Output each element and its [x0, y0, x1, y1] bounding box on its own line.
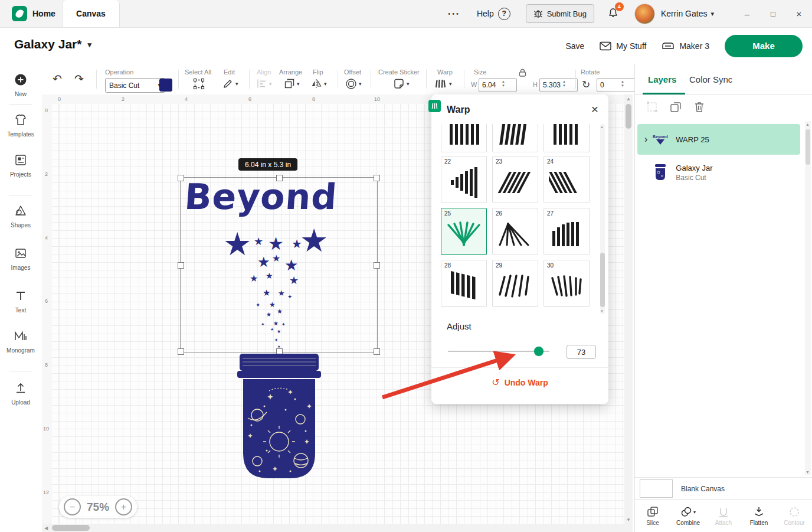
scrollbar-thumb[interactable] [806, 129, 810, 165]
window-close-button[interactable]: × [786, 0, 812, 27]
canvas-horizontal-scrollbar[interactable]: ◀ [42, 524, 633, 532]
height-stepper[interactable]: ▲▼ [562, 80, 566, 87]
beyond-design-text[interactable]: Beyond [184, 176, 375, 217]
scrollbar-thumb[interactable] [626, 104, 631, 129]
help-button[interactable]: Help ? [477, 8, 510, 20]
resize-handle[interactable] [178, 175, 184, 181]
scroll-down-icon[interactable]: ▼ [806, 470, 810, 474]
redo-button[interactable]: ↷ [74, 72, 84, 86]
warp-style-26[interactable]: 26 [492, 208, 538, 255]
text-icon [14, 289, 27, 302]
save-button[interactable]: Save [565, 41, 584, 51]
scroll-down-icon[interactable]: ▼ [600, 309, 604, 313]
sidebar-item-images[interactable]: Images [0, 247, 41, 271]
blank-canvas-row[interactable]: Blank Canvas [635, 477, 812, 500]
rotate-stepper[interactable]: ▲▼ [621, 80, 624, 87]
duplicate-button[interactable] [669, 100, 682, 116]
sidebar-item-projects[interactable]: Projects [0, 154, 41, 178]
create-sticker-button[interactable]: ▾ [393, 78, 410, 90]
zoom-in-button[interactable]: + [115, 498, 132, 515]
warp-style-30[interactable]: 30 [543, 260, 590, 307]
arrange-button[interactable]: ▾ [284, 78, 300, 89]
combine-button[interactable]: ▾ Combine [670, 500, 706, 532]
width-stepper[interactable]: ▲▼ [502, 80, 505, 87]
undo-button[interactable]: ↶ [53, 72, 62, 86]
make-button[interactable]: Make [725, 35, 803, 57]
close-icon[interactable]: × [591, 102, 598, 116]
adjust-value-input[interactable] [567, 345, 596, 359]
rotate-input[interactable] [597, 78, 636, 92]
scroll-up-icon[interactable]: ▲ [600, 125, 604, 129]
operation-select[interactable]: Basic Cut ▾ [105, 78, 165, 93]
resize-handle[interactable] [178, 262, 184, 269]
my-stuff-button[interactable]: My Stuff [600, 41, 646, 51]
scrollbar-thumb[interactable] [600, 253, 605, 307]
chevron-down-icon[interactable]: ▾ [711, 10, 714, 18]
canvas-color-swatch[interactable] [640, 479, 673, 498]
canvas-vertical-scrollbar[interactable]: ▲ ▼ [624, 94, 633, 524]
delete-button[interactable] [693, 100, 706, 116]
warp-style-28[interactable]: 28 [441, 260, 487, 307]
warp-style-22[interactable]: 22 [441, 156, 487, 203]
scroll-up-icon[interactable]: ▲ [626, 96, 631, 102]
scrollbar-thumb[interactable] [52, 525, 90, 531]
size-label: Size [474, 68, 486, 76]
warp-style-19[interactable] [441, 124, 487, 152]
select-all-label: Select All [185, 68, 211, 76]
submit-bug-button[interactable]: Submit Bug [526, 4, 594, 23]
avatar[interactable] [634, 4, 655, 24]
layers-scrollbar[interactable]: ▲ ▼ [805, 121, 811, 475]
user-name[interactable]: Kerrin Gates [661, 9, 708, 18]
width-input[interactable] [479, 78, 517, 92]
rotate-icon[interactable]: ↻ [582, 79, 590, 91]
sidebar-item-templates[interactable]: Templates [0, 113, 41, 138]
layer-row-warp-25[interactable]: › Beyond WARP 25 [637, 124, 800, 155]
layer-row-galaxy-jar[interactable]: › Galaxy Jar Basic Cut [637, 157, 800, 188]
tab-layers[interactable]: Layers [648, 74, 676, 84]
sidebar-item-monogram[interactable]: Monogram [0, 329, 41, 354]
sidebar-item-new[interactable]: New [0, 73, 41, 97]
sidebar-item-shapes[interactable]: Shapes [0, 204, 41, 229]
lock-icon[interactable] [519, 68, 526, 77]
window-maximize-button[interactable]: □ [760, 0, 786, 27]
scroll-down-icon[interactable]: ▼ [626, 517, 631, 523]
offset-button[interactable]: ▾ [345, 78, 362, 90]
tab-home[interactable]: Home [5, 0, 63, 27]
edit-menu-button[interactable]: ▾ [222, 78, 238, 89]
warp-style-24[interactable]: 24 [543, 156, 590, 203]
flatten-button[interactable]: Flatten [741, 500, 777, 532]
project-title-menu[interactable]: Galaxy Jar* ▾ [14, 37, 91, 51]
chevron-right-icon[interactable]: › [644, 134, 647, 145]
flip-button[interactable]: ▾ [310, 78, 327, 89]
warp-style-25-selected[interactable]: 25 [441, 208, 487, 255]
warp-style-20[interactable] [492, 124, 538, 152]
tab-color-sync[interactable]: Color Sync [689, 74, 732, 84]
warp-style-29[interactable]: 29 [492, 260, 538, 307]
adjust-slider-handle[interactable] [534, 347, 543, 356]
resize-handle[interactable] [374, 348, 380, 355]
undo-warp-button[interactable]: ↺ Undo Warp [431, 377, 608, 388]
sidebar-item-text[interactable]: Text [0, 289, 41, 314]
resize-handle[interactable] [178, 348, 184, 355]
warp-style-27[interactable]: 27 [543, 208, 590, 255]
warp-style-23[interactable]: 23 [492, 156, 538, 203]
window-minimize-button[interactable]: – [734, 0, 760, 27]
scroll-left-icon[interactable]: ◀ [44, 526, 48, 531]
resize-handle[interactable] [374, 262, 380, 269]
warp-button[interactable]: ▾ [434, 78, 452, 89]
slice-button[interactable]: Slice [635, 500, 670, 532]
warp-style-21[interactable] [543, 124, 590, 152]
machine-select-button[interactable]: Maker 3 [662, 41, 709, 51]
scroll-up-icon[interactable]: ▲ [806, 122, 810, 126]
zoom-out-button[interactable]: − [64, 498, 81, 515]
galaxy-jar-design[interactable] [234, 353, 325, 480]
select-all-button[interactable] [193, 78, 205, 90]
overflow-menu-icon[interactable]: ••• [448, 10, 460, 17]
adjust-slider[interactable] [448, 351, 549, 352]
warp-grid-scrollbar[interactable]: ▲ ▼ [600, 124, 605, 314]
notifications-button[interactable]: 4 [607, 6, 619, 21]
sidebar-item-upload[interactable]: Upload [0, 381, 41, 406]
layer-color-swatch[interactable] [159, 79, 172, 92]
tab-canvas[interactable]: Canvas [62, 0, 120, 27]
height-input[interactable] [539, 78, 578, 92]
